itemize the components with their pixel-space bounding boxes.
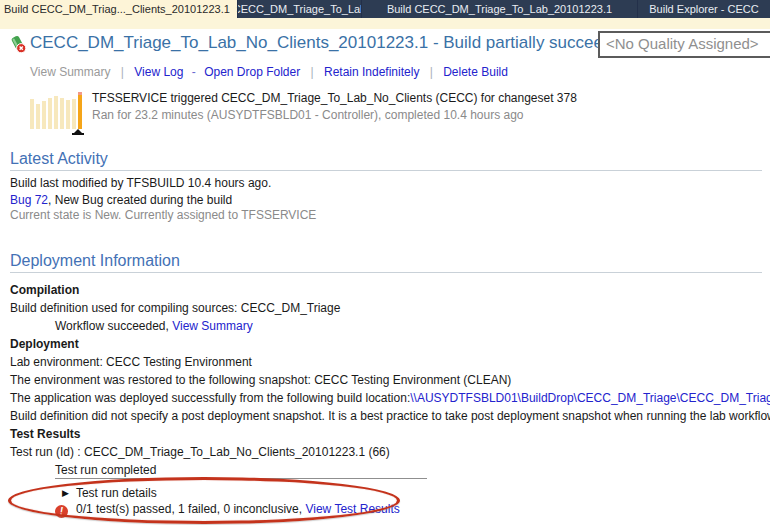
section-divider (10, 272, 762, 273)
workflow-status-text: Workflow succeeded, (55, 319, 169, 333)
retain-indefinitely-link[interactable]: Retain Indefinitely (324, 65, 419, 79)
deploy-location-text: The application was deployed successfull… (10, 391, 410, 405)
post-snapshot-line: Build definition did not specify a post … (10, 409, 770, 423)
view-summary-link: View Summary (30, 65, 110, 79)
section-divider (10, 170, 762, 171)
test-run-details-expander[interactable]: ▶Test run details (62, 486, 157, 500)
bug-state-line: Current state is New. Currently assigned… (10, 208, 316, 222)
separator: | (121, 65, 124, 79)
compilation-subheading: Compilation (10, 283, 79, 297)
deployment-information-heading: Deployment Information (10, 252, 180, 270)
separator: | (430, 65, 433, 79)
latest-activity-heading: Latest Activity (10, 150, 108, 168)
duration-bar (30, 99, 34, 129)
duration-bar (78, 92, 82, 129)
deployment-subheading: Deployment (10, 337, 79, 351)
test-run-completed-line: Test run completed (55, 463, 156, 477)
lab-environment-line: Lab environment: CECC Testing Environmen… (10, 355, 252, 369)
view-test-results-link[interactable]: View Test Results (305, 502, 399, 516)
tab-cecc-dm-triage-to-lab[interactable]: CECC_DM_Triage_To_Lab (237, 0, 361, 18)
duration-bar (54, 96, 58, 129)
tab-label: Build Explorer - CECC (649, 3, 758, 15)
error-icon: ! (55, 505, 68, 518)
test-summary-line: !0/1 test(s) passed, 1 failed, 0 inconcl… (55, 502, 400, 518)
dash: - (192, 65, 196, 79)
test-run-id-line: Test run (Id) : CECC_DM_Triage_To_Lab_No… (10, 445, 390, 459)
build-trigger-line: TFSSERVICE triggered CECC_DM_Triage_To_L… (92, 91, 577, 105)
build-quality-dropdown[interactable]: <No Quality Assigned> (598, 31, 770, 58)
test-run-divider (55, 478, 427, 479)
build-modified-line: Build last modified by TFSBUILD 10.4 hou… (10, 176, 271, 190)
tab-active-label: Build CECC_DM_Triag..._Clients_20101223.… (4, 3, 230, 15)
compile-definition-line: Build definition used for compiling sour… (10, 301, 340, 315)
expander-icon[interactable]: ▶ (62, 488, 69, 498)
current-build-marker-base (72, 133, 84, 135)
tab-active-build-summary[interactable]: Build CECC_DM_Triag..._Clients_20101223.… (0, 0, 237, 18)
tab-label: Build CECC_DM_Triage_To_Lab_20101223.1 (387, 3, 612, 15)
test-results-subheading: Test Results (10, 427, 80, 441)
bug-72-link[interactable]: Bug 72 (10, 193, 48, 207)
delete-build-link[interactable]: Delete Build (443, 65, 508, 79)
build-ran-line: Ran for 23.2 minutes (AUSYDTFSBLD01 - Co… (92, 108, 524, 122)
build-drop-location-link[interactable]: \\AUSYDTFSBLD01\BuildDrop\CECC_DM_Triage… (410, 391, 770, 405)
tab-build-explorer[interactable]: Build Explorer - CECC (637, 0, 770, 18)
workflow-line: Workflow succeeded, View Summary (55, 319, 253, 333)
test-run-details-label: Test run details (76, 486, 157, 500)
view-log-link[interactable]: View Log (134, 65, 183, 79)
page-title: CECC_DM_Triage_To_Lab_No_Clients_2010122… (30, 33, 642, 53)
bug-line-text: , New Bug created during the build (48, 193, 232, 207)
header-band (0, 18, 770, 29)
tab-build-cecc-dm-triage-to-lab[interactable]: Build CECC_DM_Triage_To_Lab_20101223.1 (361, 0, 637, 18)
duration-bar (42, 101, 46, 129)
open-drop-folder-link[interactable]: Open Drop Folder (204, 65, 300, 79)
duration-bar (72, 99, 76, 129)
document-tab-bar: Build CECC_DM_Triag..._Clients_20101223.… (0, 0, 770, 18)
workflow-view-summary-link[interactable]: View Summary (172, 319, 252, 333)
bug-line: Bug 72, New Bug created during the build (10, 193, 232, 207)
deploy-location-line: The application was deployed successfull… (10, 391, 770, 405)
duration-bar (66, 100, 70, 129)
tab-label: CECC_DM_Triage_To_Lab (237, 3, 361, 15)
duration-bar (60, 98, 64, 129)
build-action-links: View Summary | View Log - Open Drop Fold… (30, 65, 508, 79)
duration-bar (36, 104, 40, 129)
build-summary-page: Build CECC_DM_Triag..._Clients_20101223.… (0, 0, 770, 525)
separator: | (311, 65, 314, 79)
snapshot-line: The environment was restored to the foll… (10, 373, 511, 387)
build-duration-chart-icon[interactable] (30, 91, 86, 129)
build-partially-succeeded-icon (8, 35, 27, 58)
test-summary-text: 0/1 test(s) passed, 1 failed, 0 inconclu… (76, 502, 302, 516)
duration-bar (48, 98, 52, 129)
